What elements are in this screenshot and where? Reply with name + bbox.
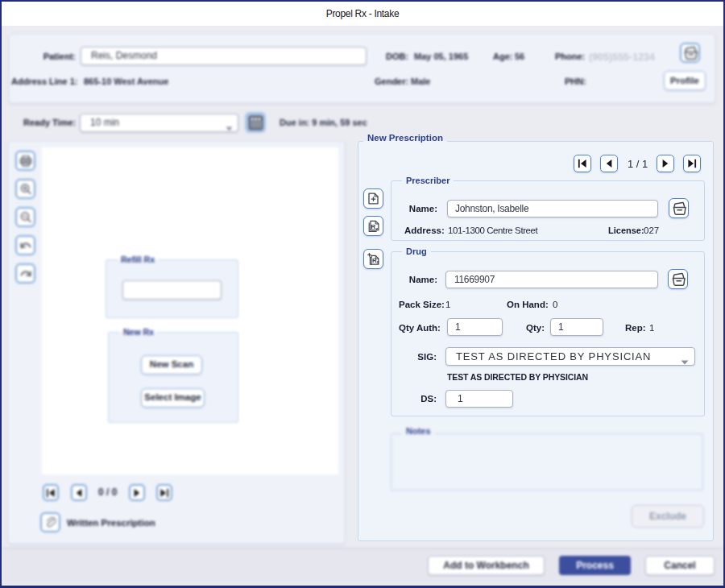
- svg-text:x: x: [376, 259, 379, 264]
